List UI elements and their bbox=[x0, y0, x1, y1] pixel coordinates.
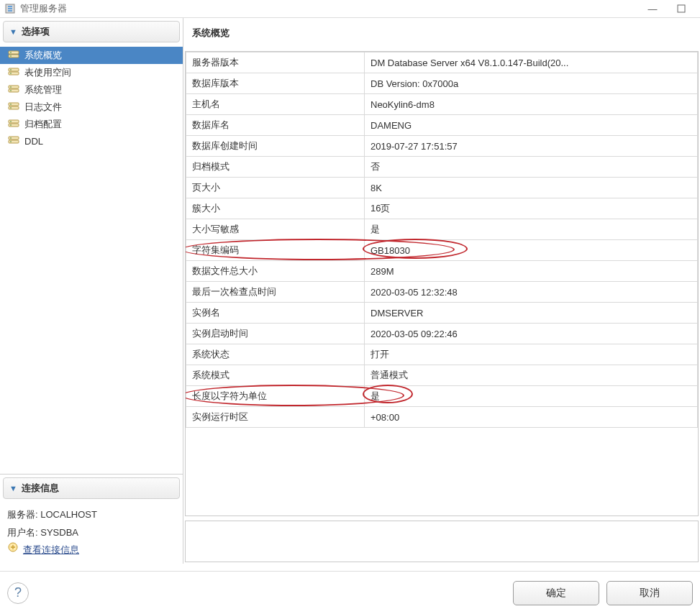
prop-key: 数据库创建时间 bbox=[186, 136, 365, 157]
table-row: 大小写敏感是 bbox=[186, 219, 698, 240]
prop-value: 否 bbox=[365, 157, 698, 178]
prop-value: 2020-03-05 12:32:48 bbox=[365, 282, 698, 303]
left-panel: ▼ 选择项 系统概览表使用空间系统管理日志文件归档配置DDL ▼ 连接信息 服务… bbox=[0, 18, 183, 564]
view-connection-link[interactable]: 查看连接信息 bbox=[23, 541, 79, 559]
svg-point-23 bbox=[10, 121, 12, 122]
svg-point-20 bbox=[10, 107, 12, 109]
svg-rect-2 bbox=[8, 8, 12, 9]
sidebar-item-0[interactable]: 系统概览 bbox=[0, 47, 183, 64]
sidebar-item-5[interactable]: DDL bbox=[0, 133, 183, 149]
prop-key: 实例运行时区 bbox=[186, 407, 365, 428]
select-section-title: 选择项 bbox=[22, 25, 50, 38]
connection-server-label: 服务器: bbox=[7, 509, 40, 520]
sidebar-tree: 系统概览表使用空间系统管理日志文件归档配置DDL bbox=[0, 45, 183, 474]
connection-server-value: LOCALHOST bbox=[40, 509, 97, 520]
table-row: 数据库版本DB Version: 0x7000a bbox=[186, 73, 698, 94]
chevron-down-icon: ▼ bbox=[9, 27, 17, 36]
server-icon bbox=[7, 119, 20, 130]
connection-section-title: 连接信息 bbox=[22, 482, 59, 495]
sidebar-item-4[interactable]: 归档配置 bbox=[0, 116, 183, 133]
prop-value: 打开 bbox=[365, 344, 698, 365]
svg-point-8 bbox=[10, 55, 12, 57]
prop-key: 实例启动时间 bbox=[186, 324, 365, 344]
prop-value: DMSERVER bbox=[365, 303, 698, 324]
sidebar-item-label: 系统概览 bbox=[24, 49, 62, 62]
maximize-button[interactable] bbox=[667, 2, 696, 15]
server-icon bbox=[7, 135, 20, 147]
svg-point-11 bbox=[10, 69, 12, 70]
table-row: 归档模式否 bbox=[186, 157, 698, 178]
app-icon bbox=[4, 3, 16, 14]
server-icon bbox=[7, 101, 20, 113]
sidebar-item-1[interactable]: 表使用空间 bbox=[0, 64, 183, 81]
prop-key: 数据库名 bbox=[186, 115, 365, 136]
chevron-down-icon: ▼ bbox=[9, 484, 17, 492]
svg-point-28 bbox=[10, 141, 12, 142]
prop-key: 数据文件总大小 bbox=[186, 261, 365, 282]
dialog-footer: ? 确定 取消 bbox=[0, 571, 700, 614]
table-row: 数据库名DAMENG bbox=[186, 115, 698, 136]
connection-user-row: 用户名: SYSDBA bbox=[7, 524, 176, 542]
prop-key: 系统状态 bbox=[186, 344, 365, 365]
connection-section-header[interactable]: ▼ 连接信息 bbox=[3, 477, 180, 499]
prop-key: 主机名 bbox=[186, 94, 365, 115]
svg-point-12 bbox=[10, 73, 12, 74]
server-icon bbox=[7, 84, 20, 96]
prop-value: NeoKylin6-dm8 bbox=[365, 94, 698, 115]
prop-value: DB Version: 0x7000a bbox=[365, 73, 698, 94]
connection-server-row: 服务器: LOCALHOST bbox=[7, 506, 176, 524]
properties-table: 服务器版本DM Database Server x64 V8.1.0.147-B… bbox=[186, 52, 698, 428]
table-row: 长度以字符为单位是 bbox=[186, 386, 698, 407]
table-row: 簇大小16页 bbox=[186, 198, 698, 219]
help-button[interactable]: ? bbox=[7, 582, 29, 604]
server-icon bbox=[7, 67, 20, 78]
prop-key: 大小写敏感 bbox=[186, 219, 365, 240]
svg-point-15 bbox=[10, 86, 12, 88]
svg-rect-4 bbox=[678, 5, 685, 12]
select-section-header[interactable]: ▼ 选择项 bbox=[3, 21, 180, 42]
sidebar-item-label: 表使用空间 bbox=[24, 66, 71, 79]
connection-user-label: 用户名: bbox=[7, 527, 40, 538]
connection-user-value: SYSDBA bbox=[40, 527, 78, 538]
cancel-button[interactable]: 取消 bbox=[606, 581, 693, 605]
minimize-button[interactable]: ― bbox=[638, 2, 667, 15]
prop-key: 系统模式 bbox=[186, 365, 365, 386]
prop-value: 16页 bbox=[365, 198, 698, 219]
table-row: 实例运行时区+08:00 bbox=[186, 407, 698, 428]
right-panel: 系统概览 服务器版本DM Database Server x64 V8.1.0.… bbox=[183, 18, 700, 564]
table-row: 数据库创建时间2019-07-27 17:51:57 bbox=[186, 136, 698, 157]
prop-value: DM Database Server x64 V8.1.0.147-Build(… bbox=[365, 52, 698, 73]
table-row: 页大小8K bbox=[186, 178, 698, 198]
prop-key: 数据库版本 bbox=[186, 73, 365, 94]
prop-value: DAMENG bbox=[365, 115, 698, 136]
sidebar-item-2[interactable]: 系统管理 bbox=[0, 81, 183, 98]
prop-value: 是 bbox=[365, 386, 698, 407]
prop-key: 长度以字符为单位 bbox=[186, 386, 365, 407]
window-title: 管理服务器 bbox=[20, 2, 67, 15]
prop-value: 2019-07-27 17:51:57 bbox=[365, 136, 698, 157]
sidebar-item-label: 日志文件 bbox=[24, 101, 62, 114]
svg-point-7 bbox=[10, 52, 12, 53]
prop-value: +08:00 bbox=[365, 407, 698, 428]
prop-value: GB18030 bbox=[365, 240, 698, 261]
table-row: 系统状态打开 bbox=[186, 344, 698, 365]
prop-key: 最后一次检查点时间 bbox=[186, 282, 365, 303]
prop-value: 普通模式 bbox=[365, 365, 698, 386]
table-row: 实例启动时间2020-03-05 09:22:46 bbox=[186, 324, 698, 344]
description-area[interactable] bbox=[185, 521, 699, 562]
svg-point-24 bbox=[10, 124, 12, 126]
prop-key: 归档模式 bbox=[186, 157, 365, 178]
page-title: 系统概览 bbox=[185, 22, 700, 51]
sidebar-item-label: DDL bbox=[24, 136, 43, 147]
table-row: 主机名NeoKylin6-dm8 bbox=[186, 94, 698, 115]
table-row: 数据文件总大小289M bbox=[186, 261, 698, 282]
table-row: 最后一次检查点时间2020-03-05 12:32:48 bbox=[186, 282, 698, 303]
sidebar-item-label: 系统管理 bbox=[24, 83, 62, 96]
prop-key: 页大小 bbox=[186, 178, 365, 198]
prop-key: 实例名 bbox=[186, 303, 365, 324]
ok-button[interactable]: 确定 bbox=[513, 581, 599, 605]
properties-table-wrap: 服务器版本DM Database Server x64 V8.1.0.147-B… bbox=[185, 51, 699, 516]
sidebar-item-3[interactable]: 日志文件 bbox=[0, 98, 183, 116]
connection-body: 服务器: LOCALHOST 用户名: SYSDBA 查看连接信息 bbox=[0, 502, 183, 564]
titlebar: 管理服务器 ― bbox=[0, 0, 700, 17]
